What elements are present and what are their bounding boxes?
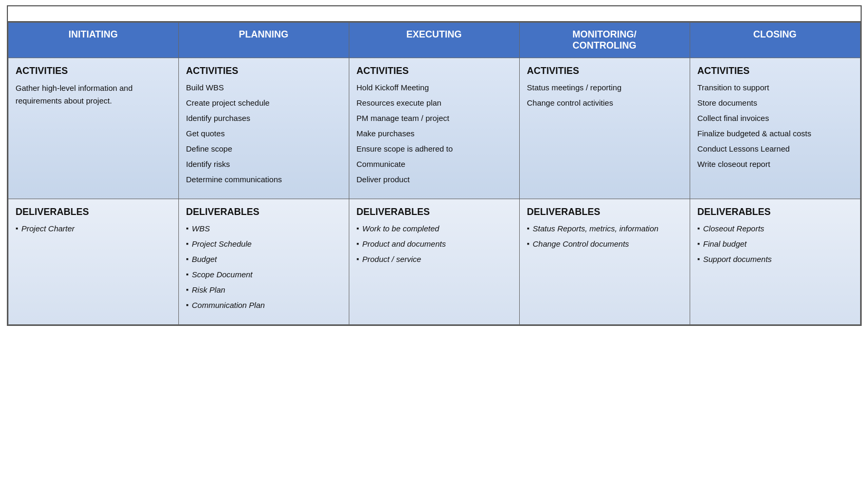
list-item: WBS xyxy=(186,223,341,234)
activities-cell-planning: ACTIVITIESBuild WBSCreate project schedu… xyxy=(178,58,349,199)
list-item: Status Reports, metrics, information xyxy=(527,223,682,234)
deliverables-label-executing: DELIVERABLES xyxy=(357,207,512,218)
list-item: Hold Kickoff Meeting xyxy=(357,82,512,93)
list-item: Build WBS xyxy=(186,82,341,93)
activities-label-planning: ACTIVITIES xyxy=(186,65,341,77)
list-item: Define scope xyxy=(186,143,341,154)
table-container: INITIATINGPLANNINGEXECUTINGMONITORING/ C… xyxy=(8,22,861,325)
deliverables-label-initiating: DELIVERABLES xyxy=(16,207,171,218)
deliverables-list-closing: Closeout ReportsFinal budgetSupport docu… xyxy=(698,223,853,265)
list-item: Deliver product xyxy=(357,174,512,185)
list-item: Closeout Reports xyxy=(698,223,853,234)
activities-list-executing: Hold Kickoff MeetingResources execute pl… xyxy=(357,82,512,185)
activities-text-initiating: Gather high-level information and requir… xyxy=(16,82,171,107)
activities-label-initiating: ACTIVITIES xyxy=(16,65,171,77)
activities-cell-monitoring: ACTIVITIESStatus meetings / reportingCha… xyxy=(519,58,690,199)
list-item: Change control activities xyxy=(527,97,682,108)
activities-label-closing: ACTIVITIES xyxy=(698,65,853,77)
deliverables-list-monitoring: Status Reports, metrics, informationChan… xyxy=(527,223,682,249)
list-item: Get quotes xyxy=(186,128,341,139)
deliverables-label-planning: DELIVERABLES xyxy=(186,207,341,218)
deliverables-list-executing: Work to be completedProduct and document… xyxy=(357,223,512,265)
list-item: Determine communications xyxy=(186,174,341,185)
activities-row: ACTIVITIESGather high-level information … xyxy=(8,58,860,199)
header-initiating: INITIATING xyxy=(8,23,178,58)
list-item: Identify risks xyxy=(186,158,341,170)
list-item: Write closeout report xyxy=(698,158,853,170)
activities-cell-initiating: ACTIVITIESGather high-level information … xyxy=(8,58,178,199)
list-item: Project Schedule xyxy=(186,238,341,249)
list-item: Product and documents xyxy=(357,238,512,249)
list-item: Identify purchases xyxy=(186,113,341,124)
header-planning: PLANNING xyxy=(178,23,349,58)
list-item: Ensure scope is adhered to xyxy=(357,143,512,154)
list-item: Product / service xyxy=(357,254,512,265)
activities-cell-closing: ACTIVITIESTransition to supportStore doc… xyxy=(690,58,860,199)
deliverables-list-planning: WBSProject ScheduleBudgetScope DocumentR… xyxy=(186,223,341,311)
list-item: Work to be completed xyxy=(357,223,512,234)
list-item: Risk Plan xyxy=(186,284,341,295)
deliverables-label-monitoring: DELIVERABLES xyxy=(527,207,682,218)
deliverables-list-initiating: Project Charter xyxy=(16,223,171,234)
list-item: Scope Document xyxy=(186,269,341,280)
header-monitoring: MONITORING/ CONTROLING xyxy=(519,23,690,58)
deliverables-cell-executing: DELIVERABLESWork to be completedProduct … xyxy=(349,199,519,325)
list-item: Communicate xyxy=(357,158,512,170)
header-row: INITIATINGPLANNINGEXECUTINGMONITORING/ C… xyxy=(8,23,860,58)
list-item: Create project schedule xyxy=(186,97,341,108)
list-item: Store documents xyxy=(698,97,853,108)
activities-cell-executing: ACTIVITIESHold Kickoff MeetingResources … xyxy=(349,58,519,199)
main-table: INITIATINGPLANNINGEXECUTINGMONITORING/ C… xyxy=(8,22,861,325)
deliverables-label-closing: DELIVERABLES xyxy=(698,207,853,218)
list-item: Make purchases xyxy=(357,128,512,139)
page-title xyxy=(8,6,861,22)
deliverables-cell-monitoring: DELIVERABLESStatus Reports, metrics, inf… xyxy=(519,199,690,325)
header-closing: CLOSING xyxy=(690,23,860,58)
list-item: Budget xyxy=(186,254,341,265)
deliverables-cell-initiating: DELIVERABLESProject Charter xyxy=(8,199,178,325)
list-item: Status meetings / reporting xyxy=(527,82,682,93)
activities-list-closing: Transition to supportStore documentsColl… xyxy=(698,82,853,170)
list-item: Resources execute plan xyxy=(357,97,512,108)
activities-label-monitoring: ACTIVITIES xyxy=(527,65,682,77)
list-item: Conduct Lessons Learned xyxy=(698,143,853,154)
activities-list-monitoring: Status meetings / reportingChange contro… xyxy=(527,82,682,108)
list-item: Communication Plan xyxy=(186,299,341,311)
deliverables-cell-planning: DELIVERABLESWBSProject ScheduleBudgetSco… xyxy=(178,199,349,325)
list-item: Change Control documents xyxy=(527,238,682,249)
deliverables-cell-closing: DELIVERABLESCloseout ReportsFinal budget… xyxy=(690,199,860,325)
deliverables-row: DELIVERABLESProject CharterDELIVERABLESW… xyxy=(8,199,860,325)
main-container: INITIATINGPLANNINGEXECUTINGMONITORING/ C… xyxy=(7,5,862,326)
list-item: Finalize budgeted & actual costs xyxy=(698,128,853,139)
list-item: Project Charter xyxy=(16,223,171,234)
list-item: Collect final invoices xyxy=(698,113,853,124)
list-item: Final budget xyxy=(698,238,853,249)
list-item: PM manage team / project xyxy=(357,113,512,124)
list-item: Transition to support xyxy=(698,82,853,93)
list-item: Support documents xyxy=(698,254,853,265)
activities-label-executing: ACTIVITIES xyxy=(357,65,512,77)
header-executing: EXECUTING xyxy=(349,23,519,58)
activities-list-planning: Build WBSCreate project scheduleIdentify… xyxy=(186,82,341,185)
